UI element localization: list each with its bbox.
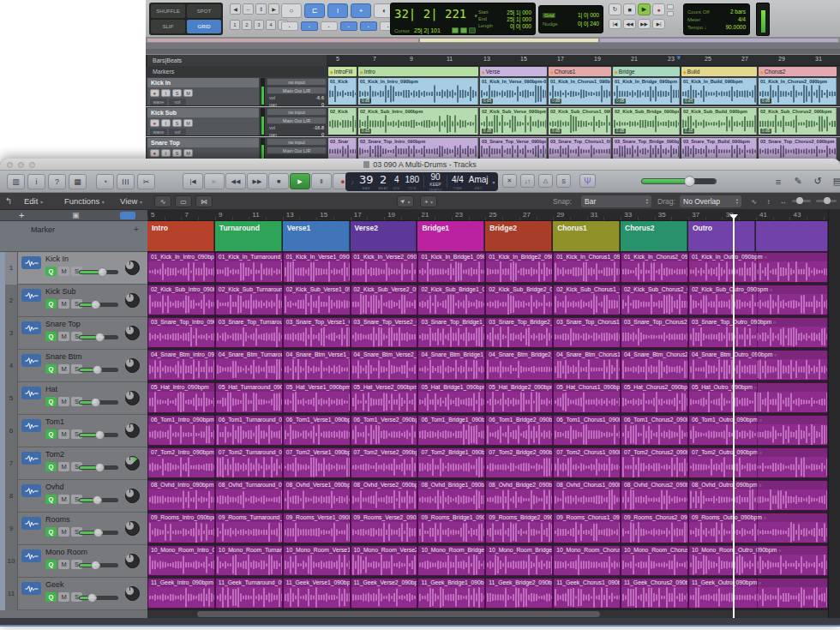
audio-region[interactable]: 01_Kick_In_Bridge2_090bpm bbox=[485, 252, 553, 283]
edit-menu[interactable]: Edit ▾ bbox=[24, 193, 43, 211]
audio-region[interactable]: 07_Tom2_Verse2_090bpm bbox=[351, 447, 418, 478]
audio-region[interactable]: 10_Mono_Room_Intro_090bpm bbox=[147, 545, 215, 576]
track-volume-slider[interactable] bbox=[79, 465, 118, 470]
audio-region[interactable]: 08_Ovhd_Verse2_090bpm bbox=[351, 480, 418, 511]
audio-region[interactable]: 04_Snare_Btm_Bridge2_090bpm bbox=[485, 350, 553, 381]
track-header-kick-in[interactable]: 1Kick InQMS bbox=[0, 252, 147, 285]
mixer-icon[interactable]: ☰ bbox=[117, 174, 135, 189]
audio-region[interactable]: 08_Ovhd_Outro_090bpm○ bbox=[688, 480, 828, 511]
pan-knob[interactable] bbox=[125, 423, 140, 438]
add-marker-button[interactable]: + bbox=[134, 225, 139, 234]
vertical-zoom-slider[interactable] bbox=[792, 200, 811, 202]
volume-knob[interactable] bbox=[95, 463, 105, 472]
audio-region[interactable]: 11_Geek_Verse2_090bpm bbox=[351, 578, 418, 609]
section-marker-intro[interactable]: Intro bbox=[147, 221, 214, 251]
audio-region[interactable]: 02_Kick_Sub_Turnaround_090bpm bbox=[215, 285, 283, 315]
audio-region[interactable]: 05_Hat_Intro_090bpm bbox=[147, 382, 215, 413]
lcd-position-div[interactable]: 4DIV bbox=[393, 174, 400, 190]
note-pads-icon[interactable]: ✎ bbox=[791, 175, 805, 188]
count-off-panel[interactable]: Count Off 2 bars Meter 4/4 Tempo ♩ 90.00… bbox=[683, 3, 750, 35]
audio-region[interactable]: 03_Snare_Top_Intro_090bpm bbox=[358, 138, 478, 159]
section-marker-bridge1[interactable]: Bridge1 bbox=[417, 221, 484, 251]
zoomer-tool-icon[interactable]: ○ bbox=[281, 3, 302, 18]
audio-region[interactable]: 01_Kick bbox=[328, 78, 357, 105]
solo-mode-button[interactable]: S bbox=[556, 174, 571, 188]
track-button-M[interactable]: M bbox=[183, 119, 193, 127]
audio-region[interactable]: 02_Kick_Sub_Verse_090bpm0 dB bbox=[480, 108, 547, 135]
audio-region[interactable]: 01_Kick_In_Chorus2_090bpm0 dB bbox=[759, 78, 837, 105]
track-name[interactable]: Geek bbox=[45, 580, 64, 589]
flex-icon[interactable]: ⋈ bbox=[195, 195, 213, 207]
pan-knob[interactable] bbox=[125, 326, 140, 340]
audio-region[interactable]: 05_Hat_Verse1_090bpm bbox=[283, 382, 351, 413]
section-marker-bridge2[interactable]: Bridge2 bbox=[485, 221, 552, 251]
pan-knob[interactable] bbox=[125, 554, 140, 568]
track-header[interactable]: Kick In●ISMwavevol bbox=[147, 78, 259, 105]
grid-nudge-panel[interactable]: Grid 1| 0| 000 Nudge 0| 0| 240 bbox=[538, 5, 603, 33]
track-quantize-button[interactable]: Q bbox=[45, 527, 57, 537]
track-button-S[interactable]: S bbox=[172, 149, 182, 157]
track-volume-slider[interactable] bbox=[79, 498, 118, 502]
track-button-S[interactable]: S bbox=[172, 119, 182, 127]
pan-knob[interactable] bbox=[125, 293, 140, 308]
audio-region[interactable]: 02_Kick_Sub_Chorus2_090bpm bbox=[621, 285, 688, 315]
list-editors-icon[interactable]: ≡ bbox=[771, 175, 785, 188]
editors-icon[interactable]: ✂ bbox=[137, 174, 155, 189]
global-tracks-button[interactable] bbox=[120, 212, 135, 219]
audio-region[interactable]: 04_Snare_Btm_Chorus2_090bpm bbox=[621, 350, 688, 381]
edit-mini-button[interactable]: ▪ bbox=[301, 21, 318, 31]
zoom-preset-3[interactable]: 3 bbox=[254, 20, 264, 30]
track-name[interactable]: Kick Sub bbox=[147, 108, 259, 117]
audio-region[interactable]: 05_Hat_Outro_090bpm○ bbox=[688, 382, 828, 413]
track-volume-slider[interactable] bbox=[79, 303, 118, 307]
view-chip-vol[interactable]: vol bbox=[169, 99, 186, 105]
track-header[interactable]: Kick Sub●ISMwavevol bbox=[147, 108, 259, 135]
audio-region[interactable]: 06_Tom1_Intro_090bpm bbox=[147, 415, 215, 446]
track-button-●[interactable]: ● bbox=[150, 149, 159, 157]
audio-region[interactable]: 04_Snare_Btm_Bridge1_090bpm bbox=[417, 350, 485, 381]
audio-region[interactable]: 01_Kick_In_Verse_090bpm-010 dB bbox=[480, 78, 547, 105]
track-name[interactable]: Kick In bbox=[45, 255, 69, 263]
io-button[interactable]: no input bbox=[267, 78, 327, 86]
tuner-button[interactable]: Ψ bbox=[579, 174, 596, 188]
catch-playhead-icon[interactable]: ↰ bbox=[5, 193, 12, 210]
lcd-position-beat[interactable]: 2BEAT bbox=[379, 174, 388, 190]
track-volume-slider[interactable] bbox=[79, 433, 118, 437]
audio-region[interactable]: 11_Geek_Bridge1_090bpm bbox=[417, 578, 485, 609]
selector-tool-icon[interactable]: I bbox=[327, 3, 348, 18]
zoom-arrow-button[interactable]: ◀ bbox=[230, 3, 241, 15]
audio-region[interactable]: 03_Snare_Top_Verse1_090bpm bbox=[283, 317, 351, 348]
track-name[interactable]: Snare Btm bbox=[45, 352, 82, 361]
marker-verse[interactable]: ◆Verse bbox=[480, 67, 547, 76]
track-header-hat[interactable]: 5HatQMS bbox=[0, 382, 147, 415]
marker-bridge[interactable]: ◆Bridge bbox=[613, 67, 680, 76]
count-in-button[interactable]: △ bbox=[538, 174, 553, 188]
marker-intro[interactable]: ◆Intro bbox=[358, 67, 478, 76]
section-marker-verse1[interactable]: Verse1 bbox=[283, 221, 350, 251]
track-name[interactable]: Kick In bbox=[147, 78, 259, 87]
volume-knob[interactable] bbox=[93, 528, 103, 537]
track-quantize-button[interactable]: Q bbox=[45, 332, 57, 341]
stop-button[interactable]: ■ bbox=[623, 3, 636, 15]
track-header-tom1[interactable]: 6Tom1QMS bbox=[0, 415, 147, 447]
marker-introfill[interactable]: ◆IntroFill bbox=[328, 67, 357, 76]
audio-region[interactable]: 03_Snare_Top_Build_090bpm bbox=[681, 138, 757, 159]
go-to-end-button[interactable]: ▶| bbox=[652, 19, 665, 29]
volume-knob[interactable] bbox=[93, 365, 102, 375]
return-to-zero-button[interactable]: |◀ bbox=[609, 19, 621, 29]
track-header-snare-btm[interactable]: 4Snare BtmQMS bbox=[0, 350, 147, 382]
grid-value[interactable]: 1| 0| 000 bbox=[578, 12, 599, 18]
audio-region[interactable]: 11_Geek_Intro_090bpm bbox=[147, 578, 215, 609]
audio-region[interactable]: 02_Kick_Sub_Chorus1_090bpm0 dB bbox=[549, 108, 611, 135]
audio-region[interactable]: 07_Tom2_Outro_090bpm○ bbox=[688, 447, 828, 478]
audio-region[interactable]: 02_Kick_Sub_Verse1_090bpm bbox=[283, 285, 351, 315]
secondary-tool-button[interactable]: + ▾ bbox=[420, 195, 437, 207]
track-mute-button[interactable]: M bbox=[58, 332, 69, 341]
track-volume-slider[interactable] bbox=[79, 400, 118, 405]
snap-select[interactable]: Bar▴▾ bbox=[581, 195, 651, 207]
audio-region[interactable]: 05_Hat_Verse2_090bpm bbox=[351, 382, 418, 413]
main-counter[interactable]: 32| 2| 221 ▾ Cursor 25| 2| 101 Start25| … bbox=[390, 3, 536, 35]
monitoring-off-button[interactable]: ✕ bbox=[502, 174, 517, 188]
audio-region[interactable]: 08_Ovhd_Bridge1_090bpm bbox=[417, 480, 485, 511]
audio-region[interactable]: 11_Geek_Verse1_090bpm bbox=[283, 578, 351, 609]
